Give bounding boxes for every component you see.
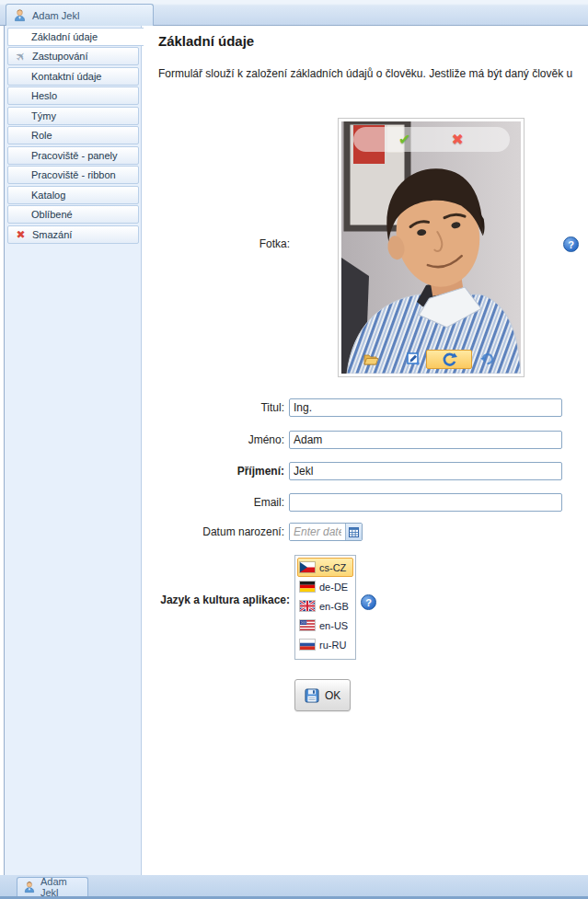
- email-input[interactable]: [289, 493, 562, 512]
- app-window: Adam Jekl Základní údaje ✈ Zastupování K…: [0, 0, 588, 899]
- sidebar-item-label: Zastupování: [32, 51, 88, 62]
- photo-label: Fotka:: [147, 237, 290, 250]
- date-input[interactable]: [290, 524, 345, 540]
- person-icon: [13, 8, 27, 22]
- uk-flag-icon: [300, 601, 315, 611]
- language-option-en-gb[interactable]: en-GB: [297, 596, 353, 616]
- ok-button[interactable]: OK: [294, 679, 351, 711]
- prijmeni-label: Příjmení:: [142, 465, 284, 478]
- rotate-photo-button[interactable]: [426, 350, 472, 369]
- language-option-cs-cz[interactable]: cs-CZ: [297, 558, 353, 577]
- russian-flag-icon: [300, 640, 315, 650]
- body-panel: Základní údaje ✈ Zastupování Kontaktní ú…: [0, 26, 588, 875]
- language-option-label: de-DE: [319, 582, 348, 593]
- field-row-email: Email:: [142, 493, 588, 512]
- sidebar-item-kontaktni-udaje[interactable]: Kontaktní údaje: [7, 67, 139, 86]
- sidebar-item-zakladni-udaje[interactable]: Základní údaje: [7, 28, 144, 46]
- photo-confirm-icon[interactable]: ✔: [398, 131, 410, 148]
- edit-photo-icon[interactable]: [407, 352, 420, 369]
- jmeno-label: Jméno:: [142, 433, 284, 446]
- main-content: Základní údaje Formulář slouží k založen…: [142, 26, 588, 875]
- field-row-prijmeni: Příjmení:: [142, 462, 588, 480]
- sidebar-item-label: Základní údaje: [31, 31, 98, 42]
- open-folder-icon[interactable]: [363, 352, 379, 370]
- sidebar-item-label: Pracoviště - ribbon: [31, 169, 116, 180]
- prijmeni-input[interactable]: [289, 462, 562, 480]
- photo-cancel-icon[interactable]: ✖: [452, 131, 464, 148]
- bottom-taskbar: Adam Jekl: [0, 875, 588, 899]
- sidebar-item-label: Smazání: [32, 229, 72, 240]
- calendar-icon: [349, 527, 359, 537]
- sidebar-content-divider: [141, 26, 142, 875]
- sidebar-item-label: Týmy: [31, 110, 56, 121]
- language-option-en-us[interactable]: en-US: [297, 616, 353, 635]
- language-option-label: en-US: [319, 620, 348, 631]
- language-option-label: en-GB: [319, 601, 349, 612]
- sidebar-item-label: Katalog: [31, 190, 65, 201]
- language-label: Jazyk a kultura aplikace:: [147, 594, 290, 606]
- page-title: Základní údaje: [158, 33, 254, 49]
- sidebar-item-pracoviste-panely[interactable]: Pracoviště - panely: [7, 146, 139, 165]
- sidebar-item-heslo[interactable]: Heslo: [7, 86, 139, 105]
- field-row-datum-narozeni: Datum narození:: [142, 523, 588, 541]
- language-option-label: cs-CZ: [319, 562, 346, 573]
- language-option-ru-ru[interactable]: ru-RU: [297, 635, 353, 654]
- language-listbox: cs-CZ de-DE en-GB: [294, 555, 356, 660]
- sidebar-item-label: Pracoviště - panely: [31, 150, 118, 161]
- sidebar-item-katalog[interactable]: Katalog: [7, 186, 139, 204]
- titul-label: Titul:: [142, 401, 284, 414]
- language-option-de-de[interactable]: de-DE: [297, 577, 353, 596]
- delete-x-icon: ✖: [14, 228, 28, 241]
- undo-icon[interactable]: [480, 352, 494, 369]
- header-tab-adam-jekl[interactable]: Adam Jekl: [6, 4, 154, 26]
- sidebar-item-role[interactable]: Role: [7, 126, 139, 144]
- photo-editor: ✔ ✖: [338, 118, 525, 377]
- photo-confirm-bar: ✔ ✖: [353, 127, 510, 152]
- email-label: Email:: [142, 496, 284, 509]
- language-option-label: ru-RU: [319, 640, 346, 651]
- calendar-trigger-button[interactable]: [345, 524, 362, 540]
- titul-input[interactable]: [289, 398, 562, 417]
- sidebar-item-label: Heslo: [31, 90, 57, 101]
- sidebar-item-label: Kontaktní údaje: [31, 71, 101, 82]
- ok-button-label: OK: [325, 689, 340, 702]
- field-row-jmeno: Jméno:: [142, 431, 588, 449]
- sidebar-item-oblibene[interactable]: Oblíbené: [7, 205, 139, 224]
- language-help-icon[interactable]: ?: [361, 594, 376, 610]
- sidebar-item-pracoviste-ribbon[interactable]: Pracoviště - ribbon: [7, 166, 139, 184]
- portrait-photo: [341, 121, 521, 374]
- sidebar-item-zastupovani[interactable]: ✈ Zastupování: [7, 47, 139, 65]
- jmeno-input[interactable]: [289, 431, 562, 449]
- intro-text: Formulář slouží k založení základních úd…: [158, 67, 572, 80]
- german-flag-icon: [300, 582, 315, 592]
- sidebar-item-smazani[interactable]: ✖ Smazání: [7, 225, 139, 244]
- save-floppy-icon: [305, 688, 319, 703]
- field-row-titul: Titul:: [142, 398, 588, 417]
- date-field: [289, 523, 363, 541]
- sidebar: Základní údaje ✈ Zastupování Kontaktní ú…: [4, 26, 141, 875]
- czech-flag-icon: [300, 562, 315, 572]
- airplane-icon: ✈: [11, 46, 30, 65]
- us-flag-icon: [300, 620, 315, 630]
- datum-narozeni-label: Datum narození:: [142, 525, 284, 538]
- sidebar-item-label: Oblíbené: [31, 209, 73, 220]
- photo-toolbar: [342, 350, 522, 370]
- photo-help-icon[interactable]: ?: [563, 236, 579, 252]
- taskbar-tab-adam-jekl[interactable]: Adam Jekl: [17, 877, 88, 896]
- header-tab-label: Adam Jekl: [32, 10, 79, 21]
- sidebar-item-label: Role: [31, 130, 52, 141]
- sidebar-item-tymy[interactable]: Týmy: [7, 107, 139, 125]
- person-icon: [23, 881, 36, 893]
- top-header-bar: Adam Jekl: [0, 0, 588, 26]
- taskbar-tab-label: Adam Jekl: [40, 876, 87, 898]
